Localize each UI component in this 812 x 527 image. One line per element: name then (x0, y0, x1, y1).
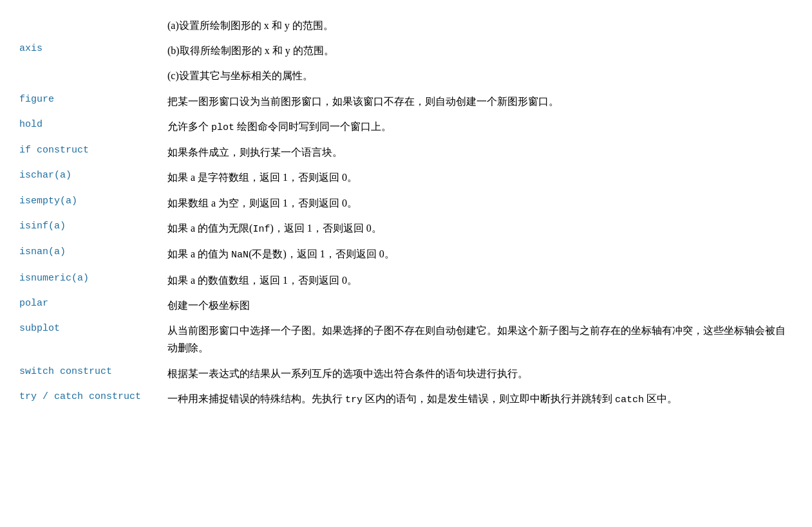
term-cell (19, 67, 167, 68)
table-row: hold允许多个 plot 绘图命令同时写到同一个窗口上。 (19, 114, 793, 140)
term-cell: polar (19, 297, 167, 309)
table-row: figure把某一图形窗口设为当前图形窗口，如果该窗口不存在，则自动创建一个新图… (19, 89, 793, 114)
desc-cell: 如果 a 是字符数组，返回 1，否则返回 0。 (167, 169, 793, 186)
term-cell: switch construct (19, 365, 167, 377)
term-cell: axis (19, 42, 167, 54)
table-row: isinf(a)如果 a 的值为无限(Inf)，返回 1，否则返回 0。 (19, 216, 793, 242)
term-cell: figure (19, 93, 167, 105)
table-row: (a)设置所绘制图形的 x 和 y 的范围。 (19, 13, 793, 38)
desc-cell: (a)设置所绘制图形的 x 和 y 的范围。 (167, 17, 793, 34)
term-cell (19, 17, 167, 18)
desc-cell: 如果 a 的值为 NaN(不是数)，返回 1，否则返回 0。 (167, 245, 793, 264)
table-row: (c)设置其它与坐标相关的属性。 (19, 63, 793, 88)
desc-cell: 允许多个 plot 绘图命令同时写到同一个窗口上。 (167, 118, 793, 136)
term-cell: subplot (19, 322, 167, 334)
desc-cell: (c)设置其它与坐标相关的属性。 (167, 67, 793, 84)
table-row: isempty(a)如果数组 a 为空，则返回 1，否则返回 0。 (19, 190, 793, 216)
table-row: switch construct根据某一表达式的结果从一系列互斥的选项中选出符合… (19, 361, 793, 386)
desc-cell: 如果 a 的数值数组，返回 1，否则返回 0。 (167, 272, 793, 289)
desc-cell: 如果数组 a 为空，则返回 1，否则返回 0。 (167, 194, 793, 212)
desc-cell: 一种用来捕捉错误的特殊结构。先执行 try 区内的语句，如是发生错误，则立即中断… (167, 390, 793, 409)
desc-cell: 根据某一表达式的结果从一系列互斥的选项中选出符合条件的语句块进行执行。 (167, 365, 793, 382)
table-row: isnumeric(a)如果 a 的数值数组，返回 1，否则返回 0。 (19, 268, 793, 293)
desc-cell: 从当前图形窗口中选择一个子图。如果选择的子图不存在则自动创建它。如果这个新子图与… (167, 322, 793, 356)
table-row: polar创建一个极坐标图 (19, 293, 793, 318)
term-cell: try / catch construct (19, 390, 167, 402)
desc-cell: 把某一图形窗口设为当前图形窗口，如果该窗口不存在，则自动创建一个新图形窗口。 (167, 93, 793, 110)
table-row: subplot从当前图形窗口中选择一个子图。如果选择的子图不存在则自动创建它。如… (19, 318, 793, 360)
term-cell: isnan(a) (19, 245, 167, 257)
content-table: (a)设置所绘制图形的 x 和 y 的范围。axis(b)取得所绘制图形的 x … (19, 13, 793, 412)
desc-cell: 创建一个极坐标图 (167, 297, 793, 314)
table-row: try / catch construct一种用来捕捉错误的特殊结构。先执行 t… (19, 386, 793, 412)
term-cell: if construct (19, 143, 167, 156)
table-row: axis(b)取得所绘制图形的 x 和 y 的范围。 (19, 38, 793, 63)
term-cell: isinf(a) (19, 219, 167, 232)
table-row: if construct如果条件成立，则执行某一个语言块。 (19, 140, 793, 165)
term-cell: isnumeric(a) (19, 272, 167, 284)
desc-cell: 如果条件成立，则执行某一个语言块。 (167, 143, 793, 161)
table-row: isnan(a)如果 a 的值为 NaN(不是数)，返回 1，否则返回 0。 (19, 241, 793, 268)
term-cell: isempty(a) (19, 194, 167, 207)
desc-cell: 如果 a 的值为无限(Inf)，返回 1，否则返回 0。 (167, 219, 793, 238)
term-cell: ischar(a) (19, 169, 167, 181)
table-row: ischar(a)如果 a 是字符数组，返回 1，否则返回 0。 (19, 165, 793, 190)
desc-cell: (b)取得所绘制图形的 x 和 y 的范围。 (167, 42, 793, 59)
term-cell: hold (19, 118, 167, 130)
